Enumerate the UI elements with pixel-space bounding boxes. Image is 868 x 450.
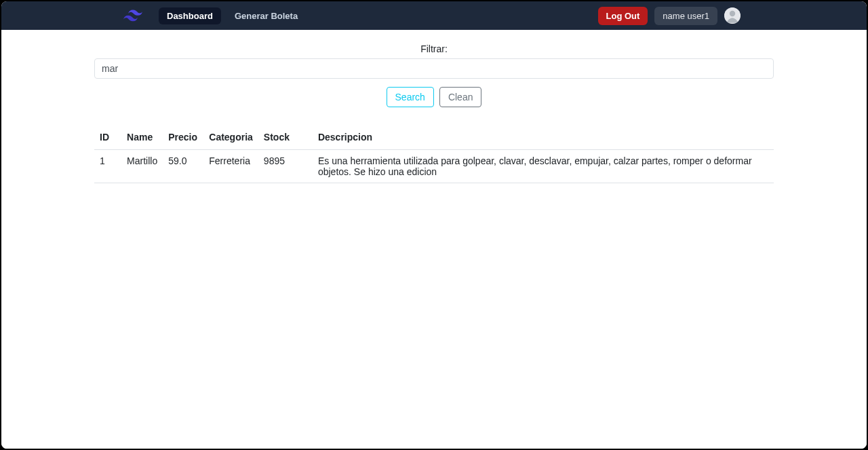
filter-input[interactable] xyxy=(94,58,774,79)
user-avatar[interactable] xyxy=(724,7,741,24)
th-descripcion: Descripcion xyxy=(313,126,774,150)
cell-name: Martillo xyxy=(121,150,163,183)
filter-label: Filtrar: xyxy=(94,43,774,54)
cell-id: 1 xyxy=(94,150,121,183)
cell-precio: 59.0 xyxy=(163,150,203,183)
top-navbar: Dashboard Generar Boleta Log Out name us… xyxy=(1,1,867,30)
th-categoria: Categoria xyxy=(203,126,258,150)
main-content: Filtrar: Search Clean ID Name Precio Cat… xyxy=(1,30,867,449)
table-row: 1Martillo59.0Ferreteria9895Es una herram… xyxy=(94,150,774,183)
username-button[interactable]: name user1 xyxy=(654,7,717,25)
svg-point-1 xyxy=(730,11,735,16)
th-id: ID xyxy=(94,126,121,150)
nav-dashboard[interactable]: Dashboard xyxy=(159,7,221,24)
th-stock: Stock xyxy=(258,126,313,150)
clean-button[interactable]: Clean xyxy=(439,87,482,107)
th-precio: Precio xyxy=(163,126,203,150)
search-button[interactable]: Search xyxy=(387,87,434,107)
cell-categoria: Ferreteria xyxy=(203,150,258,183)
nav-generar-boleta[interactable]: Generar Boleta xyxy=(226,7,306,24)
results-table: ID Name Precio Categoria Stock Descripci… xyxy=(94,126,774,183)
app-logo-icon xyxy=(117,10,149,22)
th-name: Name xyxy=(121,126,163,150)
cell-stock: 9895 xyxy=(258,150,313,183)
logout-button[interactable]: Log Out xyxy=(598,7,648,25)
cell-descripcion: Es una herramienta utilizada para golpea… xyxy=(313,150,774,183)
